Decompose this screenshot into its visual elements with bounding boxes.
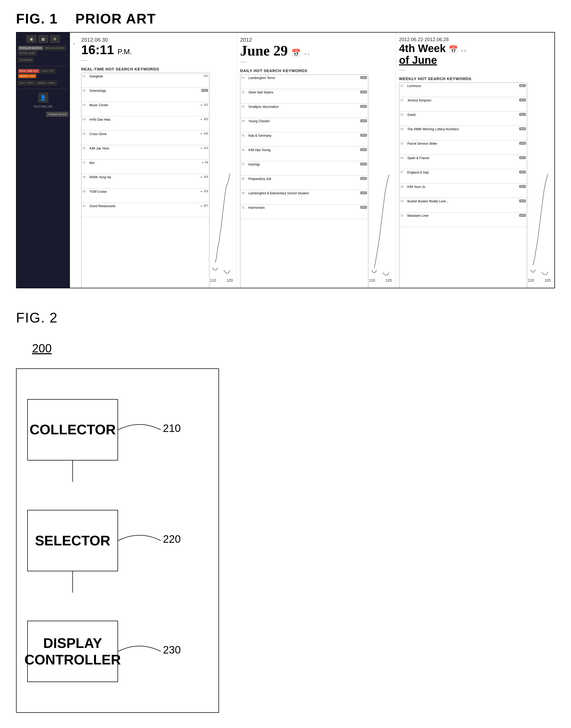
fig2-connector-1-2 [72,460,73,482]
fig2-ref-200: 200 [32,342,51,355]
sidebar-tag-weekly-topic[interactable]: WEEKLY TOPIC [36,81,56,85]
panel2-section-title: DAILY HOT SEARCH KEYWORDS [240,68,392,73]
fig2-display-row: DISPLAY CONTROLLER 230 [27,621,208,682]
panel1-text-2: Scientology [90,89,200,93]
panel3-kw-3: 03 Gackt NEW [399,112,527,126]
panel2-kw-9: 09 Lamborghini & Elementary School Stude… [240,190,368,204]
panel1-arrow-6: ▲ [200,147,203,149]
panel3-label-right: 120 [545,278,551,282]
sidebar: ▣ ▦ ⚙ POPULAR SEARCH BROADCASTING MOVIE … [17,32,70,288]
panel-daily: 2012 June 29 📅 ‹ › — DAILY HOT SEARCH KE… [237,32,396,288]
panel1-rank-7: 07 [83,161,88,164]
panel3-week-line2: of June [399,54,437,66]
sidebar-tag-broadcasting[interactable]: BROADCASTING [44,46,66,50]
panel-weekly: 2012.06.22-2012.06.28 4th Week 📅 ‹ › of … [396,32,554,288]
sidebar-tag-weekly[interactable]: WEEKLY HOT [18,74,36,78]
fig2-block-collector: COLLECTOR [27,399,118,460]
panel2-kw-6: 06 KIM Hye Young NEW [240,147,368,161]
sidebar-tag-popular[interactable]: POPULAR SEARCH [18,46,43,50]
panel2-chart-labels: 110 120 [368,278,392,282]
panel3-section-title: WEEKLY HOT SEARCH KEYWORDS [399,77,551,81]
panel1-label-right: 120 [227,278,233,282]
sidebar-tag-daily-topic[interactable]: DAILY TOPIC [18,81,35,85]
sidebar-tag-movie[interactable]: MOVIE GAME [18,51,36,55]
panel1-count-9: 318 [204,190,208,193]
panel1-kw-1: 01 Gangkids 191 [82,73,209,88]
panel3-chart: 110 120 [527,83,551,288]
sidebar-icon-gear[interactable]: ⚙ [50,35,60,43]
panel2-kw-3: 03 Smallpox Vaccination NEW [240,104,368,118]
fig2-display-section: DISPLAY CONTROLLER 230 [27,621,208,682]
panel3-kw-10: 10 Mandarin Lime NEW [399,212,527,227]
panel1-rank-5: 05 [83,132,88,135]
fig2-display-refnum: 230 [163,644,181,656]
panels-container: 2012.06.30 16:11 P.M. — REAL-TIME HOT SE… [78,32,554,288]
panel1-count-8: 264 [204,175,208,178]
panel3-nav-icons[interactable]: ‹ › [461,47,466,53]
sidebar-icon-home[interactable]: ▦ [38,35,48,43]
panel1-text-10: Good Restaurants [90,204,199,208]
sidebar-tag-daily[interactable]: DAILY HOT [40,69,55,73]
collapse-arrow[interactable]: ‹ [70,32,78,288]
panel1-chart: 110 120 [209,73,233,288]
panel-realtime: 2012.06.30 16:11 P.M. — REAL-TIME HOT SE… [78,32,237,288]
sidebar-spread-btn[interactable]: Category Spread [46,112,68,117]
panel3-date-range: 2012.06.22-2012.06.28 [399,37,551,42]
panel3-kw-2: 02 Jessica Simpson NEW [399,97,527,112]
panel1-rank-3: 03 [83,103,88,107]
panel1-kw-4: 04 HAN Dae Hwa ▲ 300 [82,116,209,131]
panel1-section-title: REAL-TIME HOT SEARCH KEYWORDS [81,67,233,71]
panel1-rank-9: 09 [83,190,88,193]
fig2-selector-refnum: 220 [163,533,181,545]
fig2-num: 2 [50,310,58,325]
panel1-text-6: KIM Jae Yeon [90,147,199,151]
panel2-kw-4: 04 Young Chicken NEW [240,118,368,132]
panel1-text-8: PARK Yong Ha [90,175,199,180]
panel1-time: 16:11 P.M. [81,43,233,56]
panel1-arrow-10: ▲ [200,204,203,207]
panel1-arrow-7: ▲ [202,161,204,164]
panel2-kw-5: 05 Italy & Germany NEW [240,132,368,147]
panel3-chart-labels: 110 120 [527,278,551,282]
panel1-kw-8: 08 PARK Yong Ha ▲ 264 [82,174,209,188]
panel2-kw-2: 02 Silver Ball Sisters NEW [240,89,368,104]
fig2-collector-section: COLLECTOR 210 [27,399,208,482]
fig2-block-collector-label: COLLECTOR [30,421,116,438]
panel1-count-5: 196 [204,132,208,135]
panel2-cal-icon[interactable]: 📅 [292,49,301,57]
panel1-rank-6: 06 [83,147,88,150]
panel1-dash: — [81,56,233,63]
panel3-inner: 01 Luminous NEW 02 Jessica Simpson NEW 0… [399,83,551,288]
panel1-arrow-8: ▲ [200,175,203,178]
panel1-rank-4: 04 [83,118,88,121]
panel1-rank-1: 01 [83,75,88,78]
panel1-kw-5: 05 Cross Gene ▲ 196 [82,131,209,145]
panel3-cal-icon[interactable]: 📅 [449,45,458,54]
panel2-date: 2012 [240,37,392,43]
panel3-kw-6: 06 Spain & France NEW [399,155,527,169]
panel1-arrow-3: ▲ [200,103,203,106]
panel2-nav-icons[interactable]: ‹ › [305,51,309,56]
panel1-count-4: 300 [204,118,208,121]
sidebar-tag-realtime[interactable]: REAL-TIME HOT [18,69,39,73]
panel1-chart-labels: 110 120 [209,278,233,282]
panel3-kw-1: 01 Luminous NEW [399,83,527,97]
panel1-rank-10: 10 [83,204,88,207]
panel1-text-1: Gangkids [90,75,203,79]
panel2-kw-1: 01 Lamborghini Terror NEW [240,75,368,89]
panel2-kw-8: 08 Preparatory Job NEW [240,176,368,190]
fig1-num: 1 [50,11,58,26]
panel2-kw-10: 10 Harmonism NEW [240,204,368,219]
sidebar-tag-row1: POPULAR SEARCH BROADCASTING MOVIE GAME [18,46,68,55]
sidebar-user-icon: 👤 [38,93,48,103]
fig2-block-display-label: DISPLAY CONTROLLER [24,635,121,668]
panel1-arrow-4: ▲ [200,118,203,120]
panel3-kw-5: 05 Parcel Service Strike NEW [399,140,527,155]
panel3-week-line1: 4th Week [399,42,446,54]
fig1-heading-text: FIG. [16,11,45,26]
sidebar-tag-keyword: KEYWORD [18,58,68,62]
panel1-rank-2: 02 [83,89,88,92]
sidebar-tag-row2: REAL-TIME HOT DAILY HOT WEEKLY HOT [18,69,68,78]
panel2-label-left: 110 [369,278,375,282]
sidebar-icon-grid[interactable]: ▣ [27,35,36,43]
